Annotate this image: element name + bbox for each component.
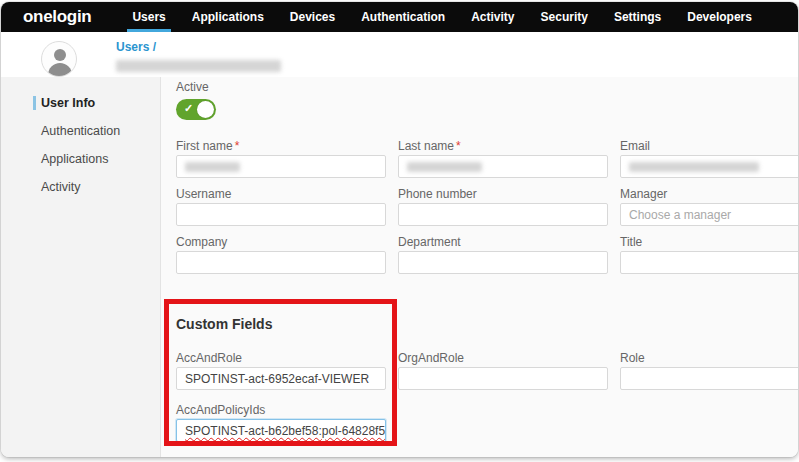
department-label: Department	[398, 236, 608, 248]
nav-item-activity[interactable]: Activity	[458, 2, 527, 32]
role-label: Role	[620, 352, 798, 364]
user-info-form: Active ✓ First name* Last name*	[161, 77, 798, 457]
acc-and-policy-ids-label: AccAndPolicyIds	[176, 404, 386, 416]
sidebar-item-authentication[interactable]: Authentication	[1, 117, 160, 145]
acc-and-policy-ids-input[interactable]: SPOTINST-act-b62bef58:pol-64828f58	[176, 419, 386, 442]
field-org-and-role: OrgAndRole	[398, 352, 608, 390]
role-input[interactable]	[620, 367, 798, 390]
field-acc-and-policy-ids: AccAndPolicyIds SPOTINST-act-b62bef58:po…	[176, 404, 386, 442]
nav-item-authentication[interactable]: Authentication	[348, 2, 458, 32]
onelogin-admin-window: onelogin Users Applications Devices Auth…	[1, 2, 798, 457]
email-input[interactable]	[620, 155, 798, 178]
field-company: Company	[176, 236, 386, 274]
title-label: Title	[620, 236, 798, 248]
department-input[interactable]	[398, 251, 608, 274]
username-label: Username	[176, 188, 386, 200]
email-label: Email	[620, 140, 798, 152]
required-asterisk: *	[235, 139, 240, 153]
field-first-name: First name*	[176, 140, 386, 178]
sidebar-item-activity[interactable]: Activity	[1, 173, 160, 201]
custom-fields-heading: Custom Fields	[176, 316, 798, 332]
profile-fields: First name* Last name* Email Username	[176, 140, 798, 274]
user-avatar-icon	[41, 41, 77, 77]
field-acc-and-role: AccAndRole SPOTINST-act-6952ecaf-VIEWER	[176, 352, 386, 390]
top-nav: onelogin Users Applications Devices Auth…	[1, 2, 798, 32]
field-title: Title	[620, 236, 798, 274]
active-label: Active	[176, 81, 798, 93]
company-label: Company	[176, 236, 386, 248]
redacted-user-name	[116, 60, 281, 72]
last-name-label: Last name*	[398, 140, 608, 152]
acc-and-role-label: AccAndRole	[176, 352, 386, 364]
breadcrumb-users-link[interactable]: Users /	[116, 40, 156, 54]
nav-menu: Users Applications Devices Authenticatio…	[119, 2, 765, 32]
redacted-text	[407, 162, 482, 172]
onelogin-logo: onelogin	[23, 7, 91, 27]
phone-number-label: Phone number	[398, 188, 608, 200]
required-asterisk: *	[456, 139, 461, 153]
last-name-input[interactable]	[398, 155, 608, 178]
acc-and-role-input[interactable]: SPOTINST-act-6952ecaf-VIEWER	[176, 367, 386, 390]
field-phone-number: Phone number	[398, 188, 608, 226]
nav-item-security[interactable]: Security	[528, 2, 601, 32]
first-name-label: First name*	[176, 140, 386, 152]
body: User Info Authentication Applications Ac…	[1, 77, 798, 457]
nav-item-settings[interactable]: Settings	[601, 2, 674, 32]
field-department: Department	[398, 236, 608, 274]
sidebar: User Info Authentication Applications Ac…	[1, 77, 161, 457]
field-manager: Manager Choose a manager	[620, 188, 798, 226]
field-role: Role	[620, 352, 798, 390]
custom-fields-row-1: AccAndRole SPOTINST-act-6952ecaf-VIEWER …	[176, 352, 798, 390]
org-and-role-input[interactable]	[398, 367, 608, 390]
org-and-role-label: OrgAndRole	[398, 352, 608, 364]
sidebar-item-user-info[interactable]: User Info	[1, 89, 160, 117]
page: onelogin Users Applications Devices Auth…	[0, 0, 799, 462]
company-input[interactable]	[176, 251, 386, 274]
sidebar-item-applications[interactable]: Applications	[1, 145, 160, 173]
check-icon: ✓	[184, 102, 193, 115]
username-input[interactable]	[176, 203, 386, 226]
title-input[interactable]	[620, 251, 798, 274]
manager-label: Manager	[620, 188, 798, 200]
manager-placeholder: Choose a manager	[629, 208, 731, 222]
page-header: Users /	[1, 32, 798, 77]
redacted-text	[185, 162, 240, 172]
nav-item-applications[interactable]: Applications	[179, 2, 277, 32]
toggle-knob	[197, 101, 214, 118]
redacted-text	[629, 162, 759, 172]
field-email: Email	[620, 140, 798, 178]
active-toggle[interactable]: ✓	[176, 99, 216, 120]
field-last-name: Last name*	[398, 140, 608, 178]
nav-item-devices[interactable]: Devices	[277, 2, 348, 32]
custom-fields-row-2: AccAndPolicyIds SPOTINST-act-b62bef58:po…	[176, 404, 798, 442]
phone-number-input[interactable]	[398, 203, 608, 226]
manager-select[interactable]: Choose a manager	[620, 203, 798, 226]
nav-item-users[interactable]: Users	[119, 2, 178, 32]
breadcrumb: Users /	[116, 37, 281, 72]
nav-item-developers[interactable]: Developers	[674, 2, 765, 32]
field-username: Username	[176, 188, 386, 226]
first-name-input[interactable]	[176, 155, 386, 178]
